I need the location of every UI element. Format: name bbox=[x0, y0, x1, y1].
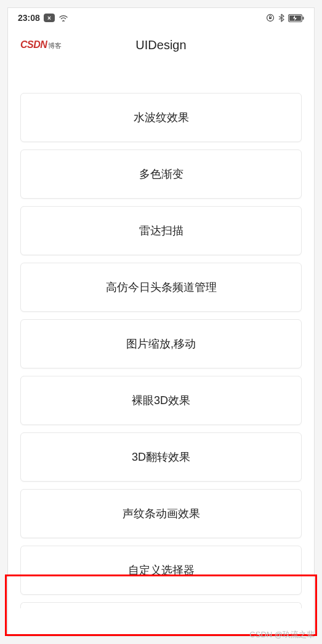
app-frame: 23:08 × CSDN 博客 UIDesign 水波纹效果 多色渐变 bbox=[7, 7, 315, 637]
status-time: 23:08 bbox=[18, 13, 40, 23]
list-item-label: 雷达扫描 bbox=[139, 223, 183, 238]
wifi-icon bbox=[58, 14, 68, 22]
list-item-label: 高仿今日头条频道管理 bbox=[106, 280, 217, 295]
app-header: CSDN 博客 UIDesign bbox=[8, 28, 314, 62]
status-bar: 23:08 × bbox=[8, 8, 314, 28]
battery-charging-icon bbox=[288, 14, 304, 22]
svg-rect-1 bbox=[269, 17, 272, 19]
list-item[interactable]: 声纹条动画效果 bbox=[20, 489, 302, 538]
close-badge-icon: × bbox=[44, 14, 55, 22]
status-right bbox=[266, 14, 304, 22]
list-item-label: 裸眼3D效果 bbox=[132, 393, 190, 408]
list-item[interactable]: 水波纹效果 bbox=[20, 93, 302, 142]
list-item[interactable]: 多色渐变 bbox=[20, 149, 302, 199]
list-item[interactable]: 裸眼3D效果 bbox=[20, 376, 302, 425]
lock-rotation-icon bbox=[266, 14, 275, 22]
list-item-label: 多色渐变 bbox=[139, 167, 183, 181]
page-title: UIDesign bbox=[135, 38, 186, 52]
list-item-partial[interactable] bbox=[20, 602, 302, 608]
list-item-label: 自定义选择器 bbox=[128, 563, 195, 578]
logo-main-text: CSDN bbox=[20, 39, 47, 50]
list-item[interactable]: 图片缩放,移动 bbox=[20, 319, 302, 368]
svg-rect-4 bbox=[303, 17, 304, 20]
status-left: 23:08 × bbox=[18, 13, 68, 23]
logo-sub-text: 博客 bbox=[48, 41, 62, 50]
list-item[interactable]: 自定义选择器 bbox=[20, 546, 302, 595]
list-item-label: 图片缩放,移动 bbox=[126, 336, 196, 351]
list-item[interactable]: 高仿今日头条频道管理 bbox=[20, 263, 302, 312]
list-item-label: 3D翻转效果 bbox=[132, 450, 190, 464]
bluetooth-icon bbox=[278, 14, 284, 22]
list-item-label: 声纹条动画效果 bbox=[123, 506, 200, 521]
list-item[interactable]: 雷达扫描 bbox=[20, 206, 302, 255]
list-item-label: 水波纹效果 bbox=[134, 110, 189, 125]
list-item[interactable]: 3D翻转效果 bbox=[20, 432, 302, 482]
menu-list: 水波纹效果 多色渐变 雷达扫描 高仿今日头条频道管理 图片缩放,移动 裸眼3D效… bbox=[8, 62, 314, 608]
watermark-text: CSDN @玖流之辈 bbox=[249, 629, 315, 640]
csdn-logo: CSDN 博客 bbox=[20, 39, 62, 50]
